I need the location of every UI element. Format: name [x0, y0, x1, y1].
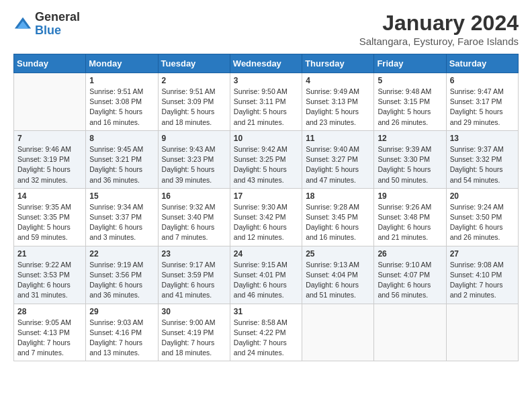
day-info: Sunrise: 9:13 AMSunset: 4:04 PMDaylight:…	[306, 260, 370, 301]
day-info: Sunrise: 9:43 AMSunset: 3:23 PMDaylight:…	[162, 144, 226, 185]
calendar-week-row: 7Sunrise: 9:46 AMSunset: 3:19 PMDaylight…	[14, 130, 519, 188]
calendar-day-cell: 25Sunrise: 9:13 AMSunset: 4:04 PMDayligh…	[302, 246, 374, 304]
day-number: 30	[162, 307, 226, 316]
day-info: Sunrise: 9:24 AMSunset: 3:50 PMDaylight:…	[450, 202, 515, 243]
day-number: 2	[162, 76, 226, 85]
day-info: Sunrise: 9:48 AMSunset: 3:15 PMDaylight:…	[378, 87, 442, 128]
day-number: 16	[162, 191, 226, 201]
calendar-day-cell: 24Sunrise: 9:15 AMSunset: 4:01 PMDayligh…	[230, 246, 302, 304]
calendar-header-saturday: Saturday	[446, 54, 518, 73]
day-number: 17	[234, 191, 298, 201]
calendar-day-cell: 29Sunrise: 9:03 AMSunset: 4:16 PMDayligh…	[86, 304, 158, 361]
calendar-day-cell: 13Sunrise: 9:37 AMSunset: 3:32 PMDayligh…	[446, 130, 518, 188]
day-number: 20	[450, 191, 515, 201]
calendar-day-cell: 23Sunrise: 9:17 AMSunset: 3:59 PMDayligh…	[158, 246, 230, 304]
calendar-day-cell: 6Sunrise: 9:47 AMSunset: 3:17 PMDaylight…	[446, 73, 518, 131]
calendar-day-cell	[374, 304, 446, 361]
calendar-day-cell: 26Sunrise: 9:10 AMSunset: 4:07 PMDayligh…	[374, 246, 446, 304]
logo: General Blue	[13, 11, 80, 38]
day-info: Sunrise: 9:17 AMSunset: 3:59 PMDaylight:…	[162, 260, 226, 301]
day-number: 28	[17, 307, 82, 316]
calendar-header-thursday: Thursday	[302, 54, 374, 73]
day-number: 27	[450, 249, 515, 259]
day-info: Sunrise: 9:10 AMSunset: 4:07 PMDaylight:…	[378, 260, 442, 301]
calendar-day-cell: 11Sunrise: 9:40 AMSunset: 3:27 PMDayligh…	[302, 130, 374, 188]
page-title: January 2024	[359, 11, 519, 36]
day-info: Sunrise: 9:30 AMSunset: 3:42 PMDaylight:…	[234, 202, 298, 243]
day-info: Sunrise: 9:45 AMSunset: 3:21 PMDaylight:…	[89, 144, 154, 185]
calendar-header-monday: Monday	[86, 54, 158, 73]
day-number: 6	[450, 76, 515, 85]
logo-text: General Blue	[35, 11, 80, 38]
day-info: Sunrise: 9:39 AMSunset: 3:30 PMDaylight:…	[378, 144, 442, 185]
day-number: 7	[17, 134, 82, 143]
calendar-day-cell: 16Sunrise: 9:32 AMSunset: 3:40 PMDayligh…	[158, 188, 230, 246]
day-info: Sunrise: 9:22 AMSunset: 3:53 PMDaylight:…	[17, 260, 82, 301]
calendar-day-cell: 3Sunrise: 9:50 AMSunset: 3:11 PMDaylight…	[230, 73, 302, 131]
calendar-day-cell: 17Sunrise: 9:30 AMSunset: 3:42 PMDayligh…	[230, 188, 302, 246]
logo-general: General	[35, 11, 80, 24]
calendar-day-cell: 4Sunrise: 9:49 AMSunset: 3:13 PMDaylight…	[302, 73, 374, 131]
day-info: Sunrise: 9:42 AMSunset: 3:25 PMDaylight:…	[234, 144, 298, 185]
day-info: Sunrise: 9:26 AMSunset: 3:48 PMDaylight:…	[378, 202, 442, 243]
calendar-day-cell: 27Sunrise: 9:08 AMSunset: 4:10 PMDayligh…	[446, 246, 518, 304]
calendar-week-row: 14Sunrise: 9:35 AMSunset: 3:35 PMDayligh…	[14, 188, 519, 246]
calendar-day-cell: 10Sunrise: 9:42 AMSunset: 3:25 PMDayligh…	[230, 130, 302, 188]
day-number: 24	[234, 249, 298, 259]
day-info: Sunrise: 9:19 AMSunset: 3:56 PMDaylight:…	[89, 260, 154, 301]
day-info: Sunrise: 9:51 AMSunset: 3:08 PMDaylight:…	[89, 87, 154, 128]
day-number: 21	[17, 249, 82, 259]
day-number: 1	[89, 76, 154, 85]
header: General Blue January 2024 Saltangara, Ey…	[13, 11, 519, 47]
calendar-day-cell	[446, 304, 518, 361]
day-number: 23	[162, 249, 226, 259]
calendar-header-friday: Friday	[374, 54, 446, 73]
day-info: Sunrise: 9:08 AMSunset: 4:10 PMDaylight:…	[450, 260, 515, 301]
day-info: Sunrise: 9:40 AMSunset: 3:27 PMDaylight:…	[306, 144, 370, 185]
calendar-week-row: 1Sunrise: 9:51 AMSunset: 3:08 PMDaylight…	[14, 73, 519, 131]
day-info: Sunrise: 9:34 AMSunset: 3:37 PMDaylight:…	[89, 202, 154, 243]
day-info: Sunrise: 9:03 AMSunset: 4:16 PMDaylight:…	[89, 318, 154, 359]
day-number: 31	[234, 307, 298, 316]
day-info: Sunrise: 8:58 AMSunset: 4:22 PMDaylight:…	[234, 318, 298, 359]
day-info: Sunrise: 9:46 AMSunset: 3:19 PMDaylight:…	[17, 144, 82, 185]
calendar-day-cell: 18Sunrise: 9:28 AMSunset: 3:45 PMDayligh…	[302, 188, 374, 246]
calendar-day-cell: 12Sunrise: 9:39 AMSunset: 3:30 PMDayligh…	[374, 130, 446, 188]
day-info: Sunrise: 9:05 AMSunset: 4:13 PMDaylight:…	[17, 318, 82, 359]
calendar-day-cell: 7Sunrise: 9:46 AMSunset: 3:19 PMDaylight…	[14, 130, 86, 188]
day-number: 18	[306, 191, 370, 201]
day-info: Sunrise: 9:35 AMSunset: 3:35 PMDaylight:…	[17, 202, 82, 243]
calendar-day-cell: 22Sunrise: 9:19 AMSunset: 3:56 PMDayligh…	[86, 246, 158, 304]
day-number: 11	[306, 134, 370, 143]
day-number: 10	[234, 134, 298, 143]
day-info: Sunrise: 9:37 AMSunset: 3:32 PMDaylight:…	[450, 144, 515, 185]
day-number: 15	[89, 191, 154, 201]
calendar-header-sunday: Sunday	[14, 54, 86, 73]
day-number: 13	[450, 134, 515, 143]
calendar-day-cell: 5Sunrise: 9:48 AMSunset: 3:15 PMDaylight…	[374, 73, 446, 131]
day-info: Sunrise: 9:00 AMSunset: 4:19 PMDaylight:…	[162, 318, 226, 359]
calendar-day-cell: 9Sunrise: 9:43 AMSunset: 3:23 PMDaylight…	[158, 130, 230, 188]
logo-blue: Blue	[35, 24, 80, 38]
day-info: Sunrise: 9:47 AMSunset: 3:17 PMDaylight:…	[450, 87, 515, 128]
day-number: 19	[378, 191, 442, 201]
day-number: 8	[89, 134, 154, 143]
calendar-header-wednesday: Wednesday	[230, 54, 302, 73]
calendar-day-cell: 1Sunrise: 9:51 AMSunset: 3:08 PMDaylight…	[86, 73, 158, 131]
calendar-header-row: SundayMondayTuesdayWednesdayThursdayFrid…	[14, 54, 519, 73]
calendar-day-cell: 19Sunrise: 9:26 AMSunset: 3:48 PMDayligh…	[374, 188, 446, 246]
calendar-week-row: 21Sunrise: 9:22 AMSunset: 3:53 PMDayligh…	[14, 246, 519, 304]
calendar-day-cell: 8Sunrise: 9:45 AMSunset: 3:21 PMDaylight…	[86, 130, 158, 188]
calendar-week-row: 28Sunrise: 9:05 AMSunset: 4:13 PMDayligh…	[14, 304, 519, 361]
day-info: Sunrise: 9:15 AMSunset: 4:01 PMDaylight:…	[234, 260, 298, 301]
calendar-day-cell: 31Sunrise: 8:58 AMSunset: 4:22 PMDayligh…	[230, 304, 302, 361]
day-number: 25	[306, 249, 370, 259]
day-info: Sunrise: 9:49 AMSunset: 3:13 PMDaylight:…	[306, 87, 370, 128]
calendar-day-cell	[302, 304, 374, 361]
calendar: SundayMondayTuesdayWednesdayThursdayFrid…	[13, 54, 519, 361]
day-number: 4	[306, 76, 370, 85]
day-number: 9	[162, 134, 226, 143]
logo-icon	[13, 15, 32, 34]
calendar-header-tuesday: Tuesday	[158, 54, 230, 73]
calendar-day-cell: 14Sunrise: 9:35 AMSunset: 3:35 PMDayligh…	[14, 188, 86, 246]
